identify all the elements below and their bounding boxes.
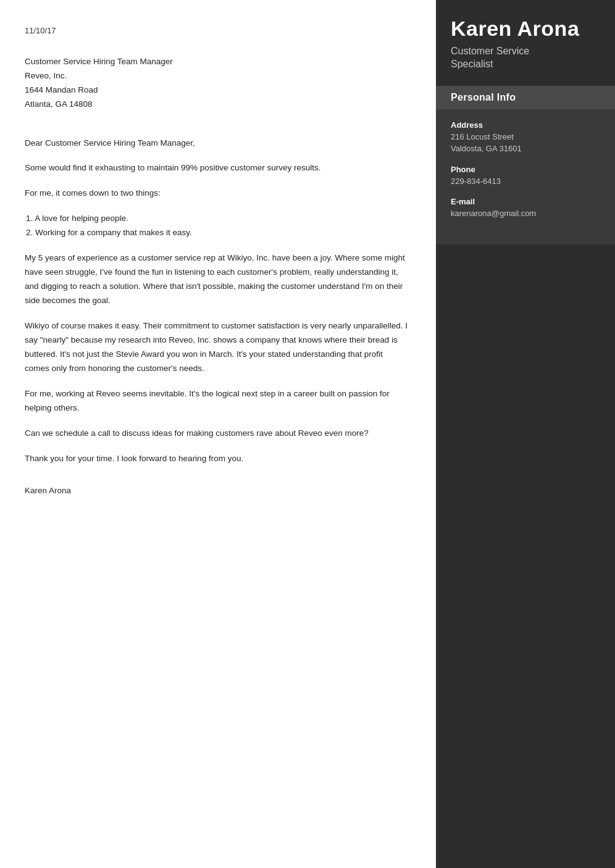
recipient-address2: Atlanta, GA 14808 (25, 98, 409, 112)
signature-name: Karen Arona (25, 484, 409, 498)
date: 11/10/17 (25, 25, 409, 38)
address-item: Address 216 Locust Street Valdosta, GA 3… (451, 120, 600, 155)
paragraph6: Can we schedule a call to discuss ideas … (25, 427, 409, 441)
job-title: Customer Service Specialist (451, 45, 600, 71)
list-block: 1. A love for helping people. 2. Working… (25, 212, 409, 240)
page: 11/10/17 Customer Service Hiring Team Ma… (0, 0, 615, 868)
paragraph3: My 5 years of experience as a customer s… (25, 251, 409, 308)
salutation: Dear Customer Service Hiring Team Manage… (25, 136, 409, 151)
phone-label: Phone (451, 165, 600, 174)
recipient-company: Reveo, Inc. (25, 69, 409, 83)
email-value: karenarona@gmail.com (451, 207, 600, 220)
paragraph2: For me, it comes down to two things: (25, 186, 409, 201)
recipient-address1: 1644 Mandan Road (25, 83, 409, 98)
address-label: Address (451, 120, 600, 130)
email-label: E-mail (451, 197, 600, 206)
list-item-1: 1. A love for helping people. (26, 212, 409, 226)
signature-block: Karen Arona (25, 484, 409, 498)
applicant-name: Karen Arona (451, 17, 600, 40)
personal-info-title: Personal Info (451, 92, 600, 103)
paragraph4: Wikiyo of course makes it easy. Their co… (25, 319, 409, 376)
paragraph5: For me, working at Reveo seems inevitabl… (25, 387, 409, 415)
phone-value: 229-834-6413 (451, 175, 600, 188)
address-line2: Valdosta, GA 31601 (451, 143, 600, 155)
name-header: Karen Arona Customer Service Specialist (436, 0, 615, 83)
address-line1: 216 Locust Street (451, 131, 600, 143)
list-item-2: 2. Working for a company that makes it e… (26, 226, 409, 240)
cover-letter: 11/10/17 Customer Service Hiring Team Ma… (0, 0, 436, 868)
email-item: E-mail karenarona@gmail.com (451, 197, 600, 220)
info-content: Address 216 Locust Street Valdosta, GA 3… (436, 109, 615, 244)
recipient-title: Customer Service Hiring Team Manager (25, 55, 409, 69)
section-header-personal-info: Personal Info (436, 86, 615, 109)
recipient-block: Customer Service Hiring Team Manager Rev… (25, 55, 409, 112)
sidebar: Karen Arona Customer Service Specialist … (436, 0, 615, 868)
paragraph1: Some would find it exhausting to maintai… (25, 161, 409, 175)
personal-info-section: Personal Info Address 216 Locust Street … (436, 86, 615, 244)
paragraph7: Thank you for your time. I look forward … (25, 452, 409, 466)
phone-item: Phone 229-834-6413 (451, 165, 600, 188)
